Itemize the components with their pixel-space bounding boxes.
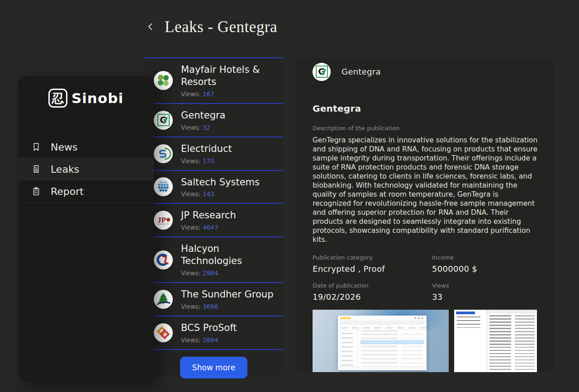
bcs-prosoft-logo-icon bbox=[154, 323, 173, 342]
list-item-sundher[interactable]: The Sundher Group Views: 3696 bbox=[145, 283, 283, 316]
sidebar-item-leaks-label: Leaks bbox=[51, 164, 79, 175]
views-count: Views: 170 bbox=[181, 157, 232, 165]
views-count: Views: 143 bbox=[181, 190, 260, 198]
sysinfo-table-header bbox=[487, 310, 537, 313]
list-item-saltech[interactable]: Saltech Systems Views: 143 bbox=[145, 171, 283, 204]
company-name: JP Research bbox=[181, 209, 236, 222]
sidebar-item-report[interactable]: Report bbox=[18, 180, 154, 203]
sinobi-logo-text: Sinobi bbox=[71, 90, 123, 106]
views-count: Views: 3696 bbox=[181, 303, 273, 310]
leaks-list-panel: Mayfair Hotels & Resorts Views: 167 G Ge… bbox=[145, 57, 283, 375]
sidebar-item-news[interactable]: News bbox=[18, 136, 154, 158]
meta-income: Income 5000000 $ bbox=[432, 254, 538, 274]
explorer-window bbox=[338, 316, 427, 370]
company-name: Saltech Systems bbox=[181, 176, 260, 189]
company-name: BCS ProSoft bbox=[181, 322, 237, 334]
publication-title: Gentegra bbox=[313, 103, 538, 114]
sysinfo-tree bbox=[457, 316, 480, 328]
views-count: Views: 32 bbox=[181, 124, 226, 131]
sundher-logo-icon bbox=[154, 290, 173, 309]
sysinfo-divider bbox=[487, 310, 487, 372]
list-item-gentegra[interactable]: G Gentegra Views: 32 bbox=[145, 104, 283, 137]
meta-views: Views 33 bbox=[432, 282, 538, 302]
attachment-screenshot-system-info[interactable] bbox=[454, 310, 537, 372]
receipt-icon bbox=[31, 164, 42, 175]
back-button[interactable] bbox=[145, 21, 157, 33]
explorer-statusbar bbox=[338, 366, 427, 370]
list-item-jp-research[interactable]: JPRESEARCH, INC. JP Research Views: 4647 bbox=[145, 204, 283, 237]
views-count: Views: 2884 bbox=[181, 336, 237, 344]
leak-list: Mayfair Hotels & Resorts Views: 167 G Ge… bbox=[145, 57, 283, 350]
sinobi-logo: 忍 Sinobi bbox=[18, 88, 154, 109]
attachment-screenshots bbox=[313, 310, 538, 372]
page-title: Leaks - Gentegra bbox=[165, 18, 277, 36]
company-name: Halcyon Technologies bbox=[181, 243, 276, 267]
sidebar-item-leaks[interactable]: Leaks bbox=[18, 158, 154, 180]
company-name: Gentegra bbox=[181, 109, 226, 122]
company-name: The Sundher Group bbox=[181, 288, 273, 301]
sidebar-item-report-label: Report bbox=[51, 186, 84, 197]
explorer-file-list bbox=[338, 330, 427, 366]
attachment-screenshot-file-explorer[interactable] bbox=[313, 310, 449, 372]
views-count: Views: 4647 bbox=[181, 224, 236, 231]
electriduct-logo-icon bbox=[154, 144, 173, 163]
svg-text:RESEARCH, INC.: RESEARCH, INC. bbox=[158, 223, 170, 226]
sysinfo-value-column bbox=[515, 315, 535, 372]
list-item-bcs-prosoft[interactable]: BCS ProSoft Views: 2884 bbox=[145, 316, 283, 350]
sidebar-item-news-label: News bbox=[51, 142, 77, 153]
views-count: Views: 167 bbox=[181, 90, 276, 98]
sysinfo-selected-node bbox=[456, 312, 475, 314]
halcyon-logo-icon bbox=[154, 250, 173, 269]
meta-date-of-publication: Date of publication 19/02/2026 bbox=[313, 282, 432, 302]
meta-publication-category: Publication category Encrypted , Proof bbox=[313, 254, 432, 274]
show-more-button[interactable]: Show more bbox=[180, 357, 247, 378]
chevron-left-icon bbox=[146, 22, 156, 33]
explorer-toolbar bbox=[338, 326, 427, 330]
page-header: Leaks - Gentegra bbox=[145, 18, 277, 36]
saltech-logo-icon bbox=[154, 177, 173, 196]
detail-header: G Gentegra bbox=[296, 57, 554, 86]
gentegra-logo-icon: G bbox=[154, 111, 173, 130]
list-item-electriduct[interactable]: Electriduct Views: 170 bbox=[145, 137, 283, 171]
clipboard-icon bbox=[31, 186, 42, 197]
publication-meta: Publication category Encrypted , Proof I… bbox=[313, 254, 538, 302]
publication-description: GenTegra specializes in innovative solut… bbox=[313, 136, 538, 244]
sinobi-kanji-icon: 忍 bbox=[48, 89, 67, 108]
company-name: Mayfair Hotels & Resorts bbox=[181, 64, 276, 88]
description-label: Description of the publication bbox=[313, 125, 538, 132]
detail-company-name: Gentegra bbox=[342, 67, 381, 76]
sidebar-nav: News Leaks Report bbox=[18, 136, 154, 203]
jp-research-logo-icon: JPRESEARCH, INC. bbox=[154, 211, 173, 230]
sysinfo-item-column bbox=[489, 315, 511, 372]
mayfair-logo-icon bbox=[154, 71, 173, 90]
explorer-titlebar bbox=[338, 316, 427, 321]
bookmark-icon bbox=[31, 142, 42, 152]
list-item-halcyon[interactable]: Halcyon Technologies Views: 2984 bbox=[145, 237, 283, 283]
company-name: Electriduct bbox=[181, 143, 232, 155]
selected-file-row bbox=[361, 340, 424, 344]
sidebar: 忍 Sinobi News Leaks Report bbox=[18, 76, 154, 382]
views-count: Views: 2984 bbox=[181, 269, 276, 277]
explorer-addressbar bbox=[338, 321, 427, 326]
gentegra-logo-icon: G bbox=[313, 63, 331, 81]
list-item-mayfair[interactable]: Mayfair Hotels & Resorts Views: 167 bbox=[145, 58, 283, 104]
leak-detail-panel: G Gentegra Gentegra Description of the p… bbox=[296, 57, 554, 372]
